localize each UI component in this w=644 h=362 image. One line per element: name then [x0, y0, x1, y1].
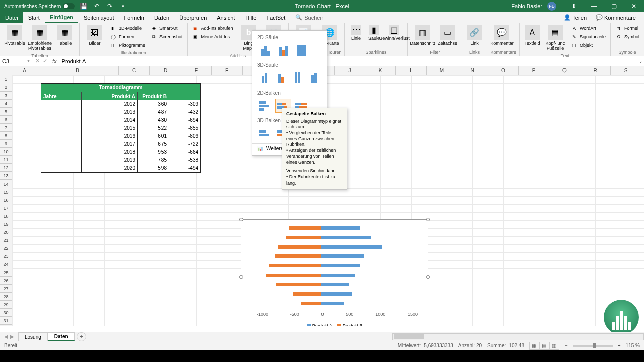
ribbon-collapse-icon[interactable]: ⬍: [564, 0, 584, 12]
tab-formulas[interactable]: Formeln: [119, 12, 149, 23]
clustered-bar-option[interactable]: [257, 99, 273, 113]
bar-series-a[interactable]: [321, 226, 360, 230]
pivottable-button[interactable]: ▦PivotTable: [3, 24, 26, 47]
bar-series-b[interactable]: [276, 283, 321, 286]
page-layout-view-icon[interactable]: ▤: [539, 342, 549, 350]
tab-start[interactable]: Start: [23, 12, 45, 23]
col-header[interactable]: D: [150, 66, 181, 75]
signature-button[interactable]: ✎Signaturzeile: [569, 33, 607, 41]
col-header[interactable]: E: [181, 66, 212, 75]
bar-series-b[interactable]: [275, 254, 321, 258]
row-header[interactable]: 11: [0, 156, 12, 164]
symbol-button[interactable]: ΩSymbol: [614, 33, 641, 41]
minimize-icon[interactable]: —: [584, 0, 604, 12]
row-header[interactable]: 22: [0, 244, 12, 252]
redo-icon[interactable]: ↷: [105, 2, 114, 11]
formula-input[interactable]: Produkt A: [59, 58, 637, 64]
row-header[interactable]: 9: [0, 140, 12, 148]
cell-a[interactable]: 360: [138, 100, 169, 108]
bar-series-a[interactable]: [321, 264, 360, 267]
row-header[interactable]: 25: [0, 268, 12, 277]
bar-series-b[interactable]: [301, 302, 321, 305]
col-header[interactable]: O: [488, 66, 519, 75]
cell-jahr[interactable]: 2019: [82, 156, 138, 164]
clustered-column-option[interactable]: [257, 43, 273, 57]
bar-series-a[interactable]: [321, 283, 349, 286]
smartart-button[interactable]: ◈SmartArt: [149, 24, 184, 32]
cell-jahr[interactable]: 2016: [82, 132, 138, 140]
col-header[interactable]: L: [396, 66, 427, 75]
undo-icon[interactable]: ↶: [92, 2, 101, 11]
row-header[interactable]: 20: [0, 228, 12, 236]
cell-a[interactable]: 953: [138, 148, 169, 156]
zoom-slider[interactable]: [573, 345, 613, 347]
bar-series-b[interactable]: [286, 236, 321, 239]
sheet-tab-daten[interactable]: Daten: [48, 332, 75, 341]
cell-jahr[interactable]: 2012: [82, 100, 138, 108]
tab-view[interactable]: Ansicht: [212, 12, 240, 23]
stacked-column-option[interactable]: [275, 43, 291, 57]
comments-button[interactable]: 💬Kommentare: [593, 14, 639, 21]
pictograms-button[interactable]: ◫Piktogramme: [108, 41, 147, 49]
bar-series-b[interactable]: [293, 292, 321, 296]
save-icon[interactable]: 💾: [79, 2, 88, 11]
resize-handle[interactable]: [239, 275, 243, 279]
bar-series-a[interactable]: [321, 274, 355, 277]
row-header[interactable]: 12: [0, 164, 12, 172]
col-header[interactable]: Q: [549, 66, 580, 75]
cell-jahr[interactable]: 2015: [82, 124, 138, 132]
3dmodels-button[interactable]: ◧3D-Modelle: [108, 24, 147, 32]
confirm-icon[interactable]: ✓: [43, 58, 47, 64]
3d-clustered-bar-option[interactable]: [257, 126, 273, 140]
row-header[interactable]: 21: [0, 236, 12, 244]
cell-jahr[interactable]: 2020: [82, 164, 138, 172]
sparkline-line-button[interactable]: 〰Linie: [348, 24, 364, 42]
cell-a[interactable]: 601: [138, 132, 169, 140]
chart-object[interactable]: 9 8 7 6 5 4 3 2 1 -1000 -500 0: [241, 219, 428, 326]
tab-pagelayout[interactable]: Seitenlayout: [78, 12, 119, 23]
row-header[interactable]: 7: [0, 124, 12, 132]
col-header[interactable]: K: [365, 66, 396, 75]
row-header[interactable]: 19: [0, 220, 12, 228]
col-header[interactable]: S: [611, 66, 641, 75]
col-header[interactable]: N: [457, 66, 488, 75]
row-header[interactable]: 8: [0, 132, 12, 140]
resize-handle[interactable]: [426, 275, 430, 279]
bar-series-b[interactable]: [269, 264, 321, 267]
link-button[interactable]: 🔗Link: [465, 24, 484, 47]
cell-a[interactable]: 487: [138, 108, 169, 116]
col-header[interactable]: B: [37, 66, 119, 75]
col-header[interactable]: F: [212, 66, 243, 75]
col-header[interactable]: M: [427, 66, 457, 75]
object-button[interactable]: ▢Objekt: [569, 41, 607, 49]
zoom-in-icon[interactable]: +: [618, 343, 621, 348]
3d-column-option[interactable]: [307, 71, 321, 85]
tab-insert[interactable]: Einfügen: [45, 12, 78, 23]
bar-series-a[interactable]: [321, 254, 364, 258]
row-header[interactable]: 15: [0, 188, 12, 196]
cell-jahr[interactable]: 2013: [82, 108, 138, 116]
cell-b[interactable]: -664: [169, 148, 200, 156]
col-header[interactable]: C: [119, 66, 150, 75]
cell-b[interactable]: -694: [169, 116, 200, 124]
expand-formula-icon[interactable]: ⌄: [637, 59, 644, 64]
row-header[interactable]: 29: [0, 301, 12, 309]
3d-100-stacked-column-option[interactable]: [290, 71, 305, 85]
textbox-button[interactable]: ATextfeld: [523, 24, 542, 47]
name-box[interactable]: C3: [0, 58, 25, 64]
slicer-button[interactable]: ▥Datenschnitt: [411, 24, 434, 47]
row-header[interactable]: 16: [0, 196, 12, 204]
sheet-tab-losung[interactable]: Lösung: [18, 332, 48, 341]
row-header[interactable]: 30: [0, 309, 12, 317]
bar-series-a[interactable]: [321, 236, 371, 239]
qat-customize-icon[interactable]: ▼: [118, 2, 127, 11]
row-header[interactable]: 18: [0, 212, 12, 220]
row-header[interactable]: 10: [0, 148, 12, 156]
user-name[interactable]: Fabio Basler: [511, 3, 542, 9]
bar-series-a[interactable]: [321, 292, 352, 296]
new-sheet-button[interactable]: +: [77, 332, 86, 341]
fx-icon[interactable]: fx: [50, 58, 59, 64]
cell-jahr[interactable]: 2014: [82, 116, 138, 124]
name-box-dropdown-icon[interactable]: ▼: [25, 59, 32, 63]
zoom-out-icon[interactable]: −: [565, 343, 568, 348]
